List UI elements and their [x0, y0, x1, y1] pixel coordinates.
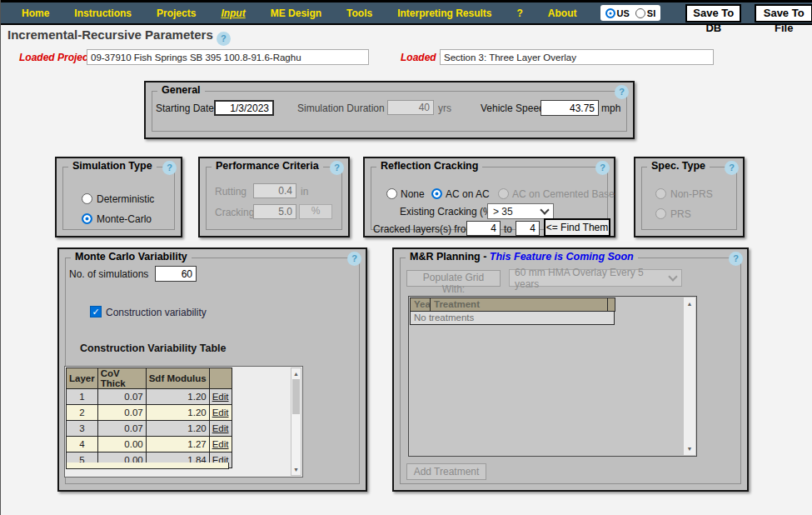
- mr-planning-legend-text: M&R Planning -: [410, 251, 490, 262]
- cell-sdf: 1.20: [146, 405, 209, 421]
- cracked-from-field[interactable]: [466, 221, 501, 236]
- cell-cov: 0.07: [97, 405, 146, 421]
- scroll-down-icon[interactable]: ▼: [684, 444, 695, 453]
- monte-carlo-variability-panel: Monte Carlo Variability ? No. of simulat…: [57, 248, 367, 492]
- table-row: 1 0.07 1.20 Edit: [67, 389, 232, 405]
- cracked-to-label: to: [504, 223, 512, 235]
- scroll-up-icon[interactable]: ▲: [684, 299, 695, 308]
- units-toggle-group: US SI: [600, 5, 661, 21]
- cracking-label: Cracking: [215, 207, 254, 218]
- performance-criteria-legend: Performance Criteria: [212, 160, 323, 172]
- prs-radio-icon: [655, 208, 666, 219]
- coming-soon-text: This Feature is Coming Soon: [490, 251, 634, 262]
- mr-planning-help-icon[interactable]: ?: [729, 252, 743, 266]
- us-label: US: [617, 8, 630, 18]
- construction-table-scrollbar[interactable]: ▲ ▼: [291, 368, 301, 476]
- find-them-button[interactable]: <= Find Them: [544, 218, 610, 237]
- monte-carlo-help-icon[interactable]: ?: [347, 252, 361, 266]
- construction-variability-checkbox[interactable]: ✓: [90, 306, 102, 318]
- col-header-cov-thick: CoV Thick: [97, 368, 146, 389]
- nav-item-instructions[interactable]: Instructions: [74, 8, 132, 19]
- mr-planning-panel: M&R Planning - This Feature is Coming So…: [392, 248, 749, 492]
- rutting-unit-label: in: [301, 186, 308, 198]
- existing-cracking-label: Existing Cracking (%): [400, 206, 496, 218]
- deterministic-radio-icon[interactable]: [82, 193, 92, 204]
- loaded-project-field[interactable]: [87, 49, 369, 65]
- cracked-to-field[interactable]: [516, 221, 540, 236]
- monte-carlo-radio-icon[interactable]: [82, 213, 92, 224]
- cell-cov: 0.07: [97, 421, 146, 437]
- cracked-layers-label: Cracked layers(s) from: [373, 223, 474, 235]
- general-panel: General ? Starting Date Simulation Durat…: [144, 81, 635, 139]
- edit-link[interactable]: Edit: [212, 392, 229, 402]
- nav-item-me-design[interactable]: ME Design: [271, 8, 321, 19]
- none-radio-icon[interactable]: [386, 188, 397, 199]
- save-to-db-button[interactable]: Save To DB: [685, 4, 741, 22]
- edit-link[interactable]: Edit: [212, 408, 229, 418]
- si-radio-icon: [635, 8, 645, 18]
- starting-date-label: Starting Date: [156, 102, 214, 114]
- edit-link[interactable]: Edit: [212, 423, 229, 433]
- loaded-trial-field[interactable]: [440, 49, 714, 65]
- scroll-down-icon[interactable]: ▼: [291, 465, 301, 474]
- loaded-project-label: Loaded Project:: [19, 52, 95, 63]
- performance-criteria-help-icon[interactable]: ?: [330, 161, 344, 175]
- page-title-text: Incremental-Recursive Parameters: [7, 28, 213, 42]
- starting-date-field[interactable]: [214, 100, 274, 116]
- us-radio-icon: [605, 8, 615, 18]
- populate-grid-value: 60 mm HMA Overlay Every 5 years: [515, 267, 670, 290]
- reflection-cracking-legend: Reflection Cracking: [376, 160, 482, 172]
- ac-on-ac-radio-icon[interactable]: [431, 188, 442, 199]
- general-help-icon[interactable]: ?: [615, 85, 629, 99]
- none-label: None: [401, 188, 425, 200]
- nav-item-help[interactable]: ?: [517, 8, 523, 19]
- nav-item-interpreting-results[interactable]: Interpreting Results: [397, 8, 491, 19]
- scroll-up-icon[interactable]: ▲: [291, 369, 301, 378]
- nav-item-tools[interactable]: Tools: [346, 8, 372, 19]
- general-legend: General: [157, 84, 205, 96]
- grid-empty-row: No treatments: [410, 311, 615, 325]
- vehicle-speed-label: Vehicle Speed: [481, 102, 545, 114]
- cracking-unit-selector: %: [299, 204, 332, 219]
- nav-item-projects[interactable]: Projects: [157, 8, 196, 19]
- add-treatment-button: Add Treatment: [406, 463, 486, 480]
- table-row-partial: [66, 462, 229, 469]
- us-radio-option[interactable]: US: [605, 8, 630, 18]
- app-window: Home Instructions Projects Input ME Desi…: [0, 0, 812, 515]
- page-title: Incremental-Recursive Parameters ?: [7, 28, 231, 46]
- save-to-file-button[interactable]: Save To File: [755, 4, 812, 22]
- simulation-type-help-icon[interactable]: ?: [162, 161, 177, 175]
- non-prs-label: Non-PRS: [670, 188, 713, 200]
- existing-cracking-select[interactable]: > 35: [487, 203, 554, 219]
- table-row: 3 0.07 1.20 Edit: [67, 421, 232, 437]
- performance-criteria-panel: Performance Criteria ? Rutting in Cracki…: [198, 157, 350, 238]
- cell-sdf: 1.20: [146, 421, 209, 437]
- reflection-cracking-help-icon[interactable]: ?: [595, 161, 610, 175]
- ac-on-ac-label: AC on AC: [446, 188, 490, 200]
- table-header-row: Layer CoV Thick Sdf Modulus: [67, 368, 232, 389]
- nav-item-about[interactable]: About: [548, 8, 577, 19]
- chevron-down-icon: [540, 205, 549, 214]
- page-help-icon[interactable]: ?: [217, 32, 231, 46]
- treatment-grid: Year Treatment No treatments ▲ ▼: [408, 296, 697, 457]
- nav-item-home[interactable]: Home: [22, 8, 49, 19]
- cell-cov: 0.07: [97, 389, 146, 405]
- construction-variability-table: Layer CoV Thick Sdf Modulus 1 0.07 1.20 …: [66, 368, 232, 468]
- cell-layer: 1: [67, 389, 98, 405]
- treatment-grid-scrollbar[interactable]: ▲ ▼: [684, 298, 695, 455]
- vehicle-speed-field[interactable]: [541, 100, 599, 116]
- grid-header-year: Year: [410, 298, 431, 312]
- mr-planning-legend: M&R Planning - This Feature is Coming So…: [406, 251, 638, 262]
- scrollbar-thumb[interactable]: [292, 379, 300, 414]
- si-radio-option[interactable]: SI: [635, 8, 655, 18]
- edit-link[interactable]: Edit: [212, 439, 229, 449]
- spec-type-help-icon[interactable]: ?: [725, 161, 739, 175]
- num-simulations-field[interactable]: [155, 266, 197, 282]
- simulation-duration-field: [387, 100, 434, 115]
- cell-layer: 3: [67, 421, 98, 437]
- prs-label: PRS: [670, 208, 691, 220]
- monte-carlo-label: Monte-Carlo: [97, 213, 152, 225]
- simulation-type-panel: Simulation Type ? Deterministic Monte-Ca…: [55, 157, 182, 238]
- nav-item-input[interactable]: Input: [221, 8, 245, 19]
- reflection-cracking-panel: Reflection Cracking ? None AC on AC AC o…: [363, 157, 615, 238]
